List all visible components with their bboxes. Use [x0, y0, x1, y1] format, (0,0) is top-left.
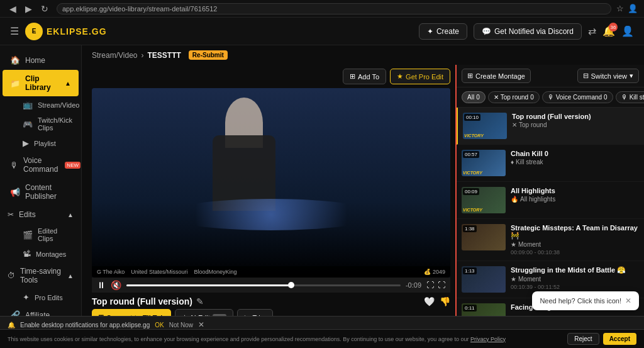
breadcrumb-separator: › — [142, 51, 144, 60]
url-bar[interactable]: app.eklipse.gg/video-library/stream-deta… — [57, 3, 611, 14]
sidebar-sub-time: ✦ Pro Edits — [0, 289, 81, 305]
notification-button[interactable]: 🔔 36 — [602, 25, 615, 37]
create-montage-button[interactable]: ⊞ Create Montage — [462, 69, 531, 83]
discord-button[interactable]: 💬 Get Notified via Discord — [474, 23, 582, 40]
clip-title-row: Top round (Full version) ✎ 🤍 👎 — [92, 293, 450, 309]
filter-all-button[interactable]: All 0 — [462, 91, 486, 103]
cookie-bell-icon: 🔔 — [8, 322, 15, 328]
clip-thumbnail: 00:09 VICTORY — [462, 187, 506, 213]
sidebar-item-content-publisher[interactable]: 📢 Content Publisher — [3, 179, 79, 205]
breadcrumb-stream-link[interactable]: Stream/Video — [92, 51, 138, 60]
progress-fill — [126, 284, 291, 286]
clip-duration: 1:38 — [463, 225, 477, 232]
stats: 💰 2049 — [424, 269, 445, 275]
switch-chevron-icon: ▾ — [630, 72, 633, 80]
filter-top-count: 0 — [530, 94, 534, 101]
sidebar-edits-toggle[interactable]: ✂ Edits ▲ — [0, 206, 81, 223]
filter-voice-button[interactable]: 🎙 Voice Command 0 — [542, 91, 613, 103]
user-profile-button[interactable]: 👤 — [621, 25, 634, 37]
clip-tag: ★ Moment — [511, 241, 639, 248]
fullscreen-button[interactable]: ⛶ — [438, 281, 445, 289]
montage-icon: 📽 — [23, 249, 31, 259]
nav-back[interactable]: ◀ — [6, 3, 19, 15]
header-right: ✦ Create 💬 Get Notified via Discord ⇄ 🔔 … — [419, 23, 634, 40]
reject-button[interactable]: Reject — [567, 333, 599, 345]
clip-thumbnail: 1:13 — [462, 266, 506, 293]
clip-item[interactable]: 1:38 Strategic Missteps: A Team in Disar… — [457, 219, 644, 261]
clip-duration: 1:13 — [463, 267, 477, 274]
clip-details: Top round (Full version) ✕ Top round — [512, 113, 639, 128]
progress-bar[interactable] — [126, 284, 401, 286]
notification-badge: 36 — [609, 23, 618, 31]
filter-kill-button[interactable]: 🎙 Kill streak 0 — [616, 91, 644, 103]
video-placeholder: G The Aiko United States/Missouri BloodM… — [92, 88, 450, 278]
edits-icon: ✂ — [8, 210, 14, 219]
sidebar-item-pro-edits[interactable]: ✦ Pro Edits — [18, 289, 79, 305]
dislike-button[interactable]: 👎 — [440, 296, 450, 306]
privacy-message: This website uses cookies or similar tec… — [8, 336, 506, 342]
app-header: ☰ E EKLIPSE.GG ✦ Create 💬 Get Notified v… — [0, 18, 644, 45]
sidebar-time-saving-toggle[interactable]: ⏱ Time-saving Tools ▲ — [0, 262, 81, 289]
cookie-ok-button[interactable]: OK — [155, 322, 164, 328]
new-badge: NEW — [65, 162, 80, 169]
pro-icon: ✦ — [23, 293, 30, 302]
switch-view-button[interactable]: ⊟ Switch view ▾ — [577, 69, 639, 83]
sidebar-sub-clip: 📺 Stream/Video 🎮 Twitch/Kick Clips ▶ Pla… — [0, 97, 81, 151]
pro-edit-button[interactable]: ★ Get Pro Edit — [390, 69, 450, 84]
cookie-close-button[interactable]: ✕ — [198, 320, 204, 329]
clip-thumbnail: 00:57 VICTORY — [462, 150, 506, 176]
sidebar-item-montages[interactable]: 📽 Montages — [18, 246, 79, 262]
clip-item[interactable]: 00:10 VICTORY Top round (Full version) ✕… — [457, 108, 644, 145]
mute-button[interactable]: 🔇 — [111, 280, 121, 290]
video-player[interactable]: G The Aiko United States/Missouri BloodM… — [92, 88, 450, 278]
sidebar-item-edited-clips[interactable]: 🎬 Edited Clips — [18, 224, 79, 245]
logo-text: EKLIPSE.GG — [47, 26, 107, 36]
sidebar-item-twitch[interactable]: 🎮 Twitch/Kick Clips — [18, 113, 79, 135]
play-pause-button[interactable]: ⏸ — [97, 280, 106, 290]
filter-top-round-button[interactable]: ✕ Top round 0 — [488, 91, 540, 103]
logo-icon: E — [25, 23, 43, 40]
sidebar-item-home[interactable]: 🏠 Home — [3, 51, 79, 69]
like-button[interactable]: 🤍 — [424, 296, 435, 306]
filter-voice-icon: 🎙 — [548, 94, 554, 101]
clips-filter: All 0 ✕ Top round 0 🎙 Voice Command 0 — [457, 87, 644, 108]
add-to-button[interactable]: ⊞ Add To — [343, 69, 386, 84]
video-info-bar: G The Aiko United States/Missouri BloodM… — [92, 266, 450, 278]
username: BloodMoneyKing — [194, 269, 236, 275]
sidebar-item-playlist[interactable]: ▶ Playlist — [18, 135, 79, 151]
star-icon[interactable]: ☆ — [616, 4, 624, 13]
location: United States/Missouri — [131, 269, 187, 275]
help-close-button[interactable]: ✕ — [625, 296, 631, 305]
sidebar-item-clip-library[interactable]: 📁 Clip Library ▲ — [3, 70, 79, 96]
create-button[interactable]: ✦ Create — [419, 23, 467, 40]
clip-item[interactable]: 00:09 VICTORY All Highlights 🔥 All highl… — [457, 182, 644, 219]
twitch-icon: 🎮 — [23, 120, 33, 129]
accept-button[interactable]: Accept — [603, 333, 636, 345]
clip-duration: 0:11 — [463, 305, 477, 312]
clip-item[interactable]: 00:57 VICTORY Chain Kill 0 ♦ Kill streak — [457, 145, 644, 182]
clip-time: 00:09:00 - 00:10:38 — [511, 249, 639, 255]
share-button[interactable]: ⇄ — [588, 25, 596, 37]
privacy-policy-link[interactable]: Privacy Policy — [470, 336, 506, 342]
nav-forward[interactable]: ▶ — [22, 3, 35, 15]
publisher-icon: 📢 — [10, 188, 20, 197]
edit-title-button[interactable]: ✎ — [196, 296, 204, 306]
resubmit-badge[interactable]: Re-Submit — [189, 50, 228, 60]
sidebar: 🏠 Home 📁 Clip Library ▲ 📺 Stream/Video 🎮… — [0, 45, 82, 348]
add-icon: ⊞ — [350, 72, 355, 81]
home-icon: 🏠 — [10, 55, 20, 65]
clip-details: Chain Kill 0 ♦ Kill streak — [511, 150, 639, 166]
profile-icon[interactable]: 👤 — [628, 4, 638, 13]
clip-time: 00:10:39 - 00:11:52 — [511, 284, 639, 290]
clip-duration: 00:09 — [463, 188, 479, 195]
cookie-not-now-button[interactable]: Not Now — [169, 322, 193, 328]
sidebar-item-voice-command[interactable]: 🎙 Voice Command NEW — [3, 152, 79, 178]
breadcrumb: Stream/Video › TESSTTT Re-Submit — [82, 45, 644, 65]
sidebar-item-stream-video[interactable]: 📺 Stream/Video — [18, 97, 79, 113]
clip-tag: 🔥 All highlights — [511, 196, 639, 203]
progress-dot — [288, 282, 294, 288]
nav-refresh[interactable]: ↻ — [38, 3, 52, 15]
fullscreen-mini-button[interactable]: ⛶ — [426, 281, 434, 289]
hamburger-icon[interactable]: ☰ — [10, 25, 19, 37]
action-buttons: ⊞ Add To ★ Get Pro Edit — [92, 65, 450, 88]
